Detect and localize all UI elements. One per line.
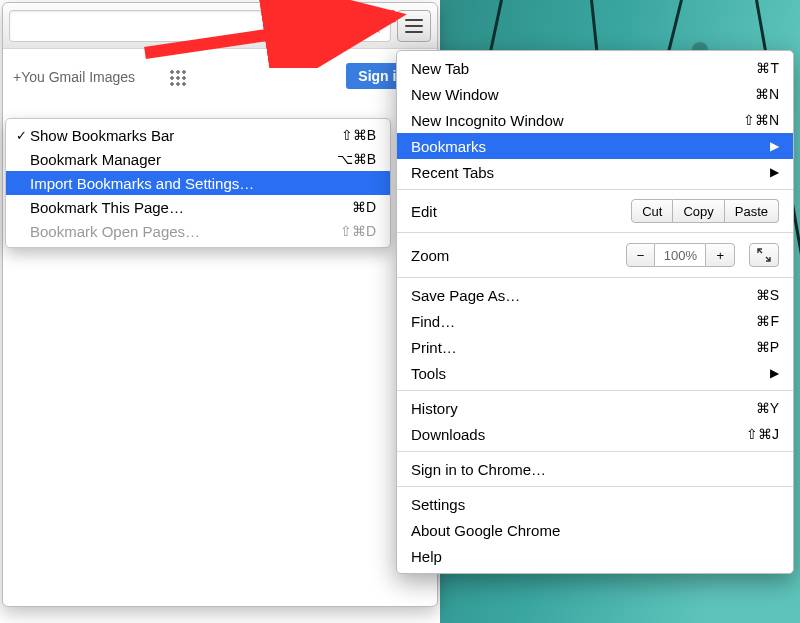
menu-separator xyxy=(397,486,793,487)
chevron-right-icon: ▶ xyxy=(770,366,779,380)
menu-history[interactable]: History ⌘Y xyxy=(397,395,793,421)
submenu-import-bookmarks[interactable]: Import Bookmarks and Settings… xyxy=(6,171,390,195)
fullscreen-icon xyxy=(757,248,771,262)
shortcut-text: ⌘N xyxy=(719,86,779,102)
submenu-show-bookmarks-bar[interactable]: ✓ Show Bookmarks Bar ⇧⌘B xyxy=(6,123,390,147)
shortcut-text: ⌘T xyxy=(719,60,779,76)
browser-window: ☆ +You Gmail Images Sign in xyxy=(2,2,438,607)
bookmarks-submenu: ✓ Show Bookmarks Bar ⇧⌘B Bookmark Manage… xyxy=(5,118,391,248)
copy-button[interactable]: Copy xyxy=(673,199,724,223)
menu-item-label: Print… xyxy=(411,339,719,356)
browser-toolbar: ☆ xyxy=(3,3,437,49)
submenu-item-label: Import Bookmarks and Settings… xyxy=(30,175,316,192)
menu-item-label: Bookmarks xyxy=(411,138,762,155)
menu-zoom-row: Zoom − 100% + xyxy=(397,237,793,273)
menu-about[interactable]: About Google Chrome xyxy=(397,517,793,543)
shortcut-text: ⌘S xyxy=(719,287,779,303)
menu-separator xyxy=(397,390,793,391)
menu-new-tab[interactable]: New Tab ⌘T xyxy=(397,55,793,81)
menu-item-label: Find… xyxy=(411,313,719,330)
menu-new-window[interactable]: New Window ⌘N xyxy=(397,81,793,107)
menu-item-label: Recent Tabs xyxy=(411,164,762,181)
shortcut-text: ⇧⌘N xyxy=(719,112,779,128)
menu-bookmarks[interactable]: Bookmarks ▶ xyxy=(397,133,793,159)
check-icon: ✓ xyxy=(16,128,30,143)
submenu-item-label: Bookmark Open Pages… xyxy=(30,223,316,240)
menu-downloads[interactable]: Downloads ⇧⌘J xyxy=(397,421,793,447)
menu-item-label: Zoom xyxy=(411,247,626,264)
shortcut-text: ⇧⌘J xyxy=(719,426,779,442)
menu-recent-tabs[interactable]: Recent Tabs ▶ xyxy=(397,159,793,185)
shortcut-text: ⌘Y xyxy=(719,400,779,416)
hamburger-menu: New Tab ⌘T New Window ⌘N New Incognito W… xyxy=(396,50,794,574)
menu-item-label: About Google Chrome xyxy=(411,522,779,539)
chevron-right-icon: ▶ xyxy=(770,139,779,153)
zoom-percent: 100% xyxy=(655,243,705,267)
menu-item-label: History xyxy=(411,400,719,417)
menu-separator xyxy=(397,232,793,233)
menu-item-label: New Tab xyxy=(411,60,719,77)
menu-help[interactable]: Help xyxy=(397,543,793,569)
menu-item-label: Sign in to Chrome… xyxy=(411,461,779,478)
menu-find[interactable]: Find… ⌘F xyxy=(397,308,793,334)
hamburger-menu-button[interactable] xyxy=(397,10,431,42)
menu-sign-in-chrome[interactable]: Sign in to Chrome… xyxy=(397,456,793,482)
shortcut-text: ⇧⌘D xyxy=(316,223,376,239)
menu-item-label: Downloads xyxy=(411,426,719,443)
submenu-bookmark-this-page[interactable]: Bookmark This Page… ⌘D xyxy=(6,195,390,219)
shortcut-text: ⌘P xyxy=(719,339,779,355)
submenu-item-label: Show Bookmarks Bar xyxy=(30,127,316,144)
google-nav-text: +You Gmail Images xyxy=(13,69,135,85)
menu-edit-row: Edit Cut Copy Paste xyxy=(397,194,793,228)
menu-separator xyxy=(397,277,793,278)
page-content: +You Gmail Images Sign in xyxy=(3,49,437,107)
address-bar[interactable]: ☆ xyxy=(9,10,391,42)
shortcut-text: ⌘D xyxy=(316,199,376,215)
shortcut-text: ⇧⌘B xyxy=(316,127,376,143)
fullscreen-button[interactable] xyxy=(749,243,779,267)
menu-item-label: Settings xyxy=(411,496,779,513)
shortcut-text: ⌘F xyxy=(719,313,779,329)
zoom-in-button[interactable]: + xyxy=(705,243,735,267)
menu-separator xyxy=(397,189,793,190)
menu-new-incognito[interactable]: New Incognito Window ⇧⌘N xyxy=(397,107,793,133)
menu-settings[interactable]: Settings xyxy=(397,491,793,517)
shortcut-text: ⌥⌘B xyxy=(316,151,376,167)
menu-tools[interactable]: Tools ▶ xyxy=(397,360,793,386)
menu-save-page-as[interactable]: Save Page As… ⌘S xyxy=(397,282,793,308)
menu-separator xyxy=(397,451,793,452)
apps-icon[interactable] xyxy=(169,69,187,87)
menu-item-label: Help xyxy=(411,548,779,565)
menu-item-label: Save Page As… xyxy=(411,287,719,304)
chevron-right-icon: ▶ xyxy=(770,165,779,179)
zoom-out-button[interactable]: − xyxy=(626,243,656,267)
menu-item-label: Tools xyxy=(411,365,762,382)
cut-button[interactable]: Cut xyxy=(631,199,673,223)
submenu-item-label: Bookmark Manager xyxy=(30,151,316,168)
menu-item-label: New Window xyxy=(411,86,719,103)
star-icon[interactable]: ☆ xyxy=(366,14,384,38)
submenu-bookmark-open-pages: Bookmark Open Pages… ⇧⌘D xyxy=(6,219,390,243)
menu-print[interactable]: Print… ⌘P xyxy=(397,334,793,360)
submenu-bookmark-manager[interactable]: Bookmark Manager ⌥⌘B xyxy=(6,147,390,171)
menu-item-label: New Incognito Window xyxy=(411,112,719,129)
submenu-item-label: Bookmark This Page… xyxy=(30,199,316,216)
paste-button[interactable]: Paste xyxy=(725,199,779,223)
menu-item-label: Edit xyxy=(411,203,631,220)
